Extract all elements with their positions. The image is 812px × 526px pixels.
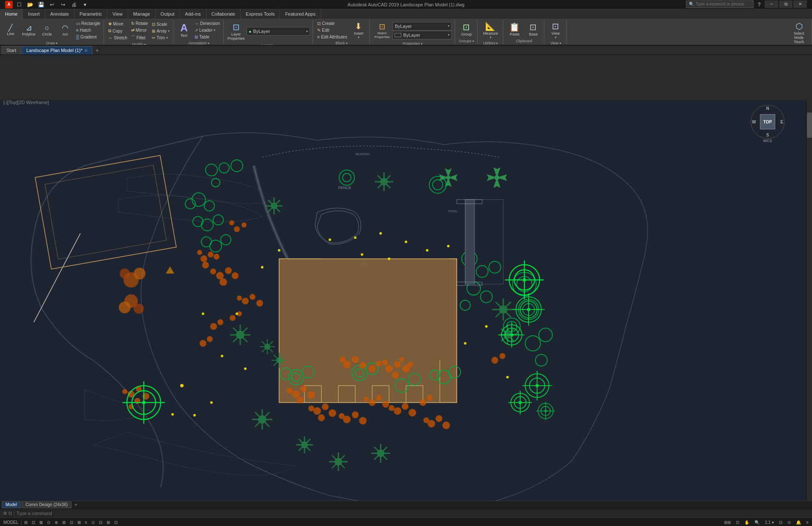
- tab-home[interactable]: Home: [0, 9, 23, 19]
- group-tool[interactable]: ⊡ Group: [458, 21, 475, 37]
- modify-group-arrow[interactable]: ▾: [144, 43, 146, 45]
- model-tab-layout1[interactable]: Comm Design (24x36): [22, 501, 71, 508]
- status-ducs[interactable]: ⊡: [68, 520, 75, 525]
- layer-dropdown[interactable]: ● ByLayer ▾: [247, 27, 310, 36]
- status-lw[interactable]: ≡: [83, 520, 89, 525]
- search-input[interactable]: [696, 2, 751, 6]
- text-tool[interactable]: A Text: [176, 22, 192, 39]
- model-tab-close[interactable]: ✕: [84, 48, 88, 53]
- vertical-scrollbar[interactable]: [806, 100, 812, 526]
- tab-annotate[interactable]: Annotate: [45, 9, 74, 19]
- qa-save[interactable]: 💾: [36, 0, 46, 9]
- restore-button[interactable]: ⧉: [779, 0, 793, 8]
- stretch-tool[interactable]: ↔ Stretch: [107, 35, 129, 41]
- start-tab[interactable]: Start: [2, 46, 21, 55]
- status-snap[interactable]: ⊡: [30, 520, 37, 525]
- command-input[interactable]: [16, 511, 809, 516]
- new-tab-button[interactable]: +: [93, 46, 102, 55]
- tab-output[interactable]: Output: [156, 9, 180, 19]
- status-grid[interactable]: ⊞: [22, 520, 29, 525]
- circle-tool[interactable]: ○ Circle: [38, 23, 56, 38]
- properties-group-arrow[interactable]: ▾: [421, 42, 422, 45]
- trim-tool[interactable]: ✂ Trim▾: [150, 35, 171, 41]
- view-tool[interactable]: ⊡ View ▾: [547, 20, 565, 40]
- tab-featuredapps[interactable]: Featured Apps: [280, 9, 321, 19]
- gradient-tool[interactable]: ▒ Gradient: [74, 34, 102, 40]
- help-icon[interactable]: ?: [754, 0, 764, 9]
- viewcube[interactable]: N S E W TOP WCS: [749, 105, 787, 143]
- minimize-button[interactable]: ─: [765, 0, 778, 8]
- measure-tool[interactable]: 📐 Measure ▾: [480, 20, 501, 40]
- block-group-arrow[interactable]: ▾: [346, 41, 348, 45]
- match-properties-tool[interactable]: ⊡ Match Properties: [373, 21, 391, 40]
- view-group-arrow[interactable]: ▾: [560, 41, 561, 45]
- line-tool[interactable]: ╱ Line: [2, 24, 19, 37]
- status-model[interactable]: MODEL: [2, 520, 20, 525]
- status-otrack[interactable]: ⊞: [60, 520, 67, 525]
- prop-color-dropdown[interactable]: ByLayer ▾: [392, 31, 452, 39]
- tab-addins[interactable]: Add-ins: [180, 9, 206, 19]
- status-pan[interactable]: ✋: [743, 520, 751, 525]
- table-tool[interactable]: ⊞ Table: [193, 34, 222, 40]
- edit-block-tool[interactable]: ✎ Edit: [315, 27, 349, 33]
- status-notification[interactable]: 🔔: [794, 520, 803, 525]
- model-tab-model[interactable]: Model: [2, 501, 21, 508]
- qa-redo[interactable]: ↪: [58, 0, 68, 9]
- tab-expresstools[interactable]: Express Tools: [241, 9, 280, 19]
- layer-tool[interactable]: ⊡ Layer Properties: [227, 21, 245, 41]
- rectangle-tool[interactable]: ▭ Rectangle: [74, 20, 102, 27]
- qa-new[interactable]: ☐: [14, 0, 24, 9]
- annotation-group-arrow[interactable]: ▾: [208, 41, 209, 45]
- close-button[interactable]: ✕: [793, 0, 807, 8]
- groups-group-arrow[interactable]: ▾: [472, 39, 474, 43]
- status-ts[interactable]: ⊡: [112, 520, 119, 525]
- tab-insert[interactable]: Insert: [23, 9, 45, 19]
- status-isolate[interactable]: ⊙: [786, 520, 793, 525]
- tab-view[interactable]: View: [107, 9, 128, 19]
- status-qp[interactable]: ⊙: [90, 520, 96, 525]
- leader-tool[interactable]: ↗ Leader▾: [193, 27, 222, 33]
- qa-open[interactable]: 📂: [25, 0, 35, 9]
- qa-print[interactable]: 🖨: [69, 0, 79, 9]
- tab-collaborate[interactable]: Collaborate: [206, 9, 241, 19]
- status-am[interactable]: ⊞: [105, 520, 112, 525]
- qa-customize[interactable]: ▾: [80, 0, 90, 9]
- tab-parametric[interactable]: Parametric: [74, 9, 107, 19]
- prop-layer-dropdown[interactable]: ByLayer ▾: [392, 22, 452, 30]
- fillet-tool[interactable]: ⌒ Fillet: [129, 34, 150, 41]
- qa-undo[interactable]: ↩: [47, 0, 57, 9]
- layers-group-arrow[interactable]: ▾: [274, 44, 276, 45]
- drawing-viewport[interactable]: FENCE SEATING POOL N S E W TOP WCS: [0, 100, 812, 526]
- status-layout[interactable]: ⊞⊞: [722, 520, 732, 525]
- utilities-group-arrow[interactable]: ▾: [496, 41, 498, 45]
- scale-tool[interactable]: ⊡ Scale: [150, 21, 171, 27]
- polyline-tool[interactable]: ⊿ Polyline: [20, 23, 38, 38]
- status-polar[interactable]: ⊙: [45, 520, 52, 525]
- hatch-tool[interactable]: ≡ Hatch: [74, 27, 102, 33]
- status-dyn[interactable]: ⊠: [76, 520, 82, 525]
- status-workspace[interactable]: ⊡: [777, 520, 784, 525]
- copy-tool[interactable]: ⧉ Copy: [107, 27, 129, 34]
- viewcube-face[interactable]: TOP: [760, 114, 775, 129]
- status-osnap[interactable]: ⊕: [53, 520, 60, 525]
- rotate-tool[interactable]: ↻ Rotate: [129, 20, 150, 27]
- insert-tool[interactable]: ⬇ Insert ▾: [350, 20, 368, 40]
- status-zoom[interactable]: 🔍: [753, 520, 761, 525]
- model-tab[interactable]: Landscape Plan Model (1)* ✕: [22, 46, 92, 55]
- status-ortho[interactable]: ⊠: [38, 520, 44, 525]
- mirror-tool[interactable]: ⇌ Mirror: [129, 27, 150, 33]
- create-block-tool[interactable]: ⊡ Create: [315, 20, 349, 27]
- edit-attributes-tool[interactable]: ≡ Edit Attributes: [315, 34, 349, 40]
- draw-group-arrow[interactable]: ▾: [56, 41, 58, 45]
- select-mode-tool[interactable]: ⬡ Select Mode Touch: [788, 20, 810, 45]
- paste-tool[interactable]: 📋 Paste: [506, 21, 524, 37]
- arc-tool[interactable]: ◠ Arc: [56, 23, 74, 38]
- status-sc[interactable]: ⊡: [97, 520, 104, 525]
- array-tool[interactable]: ⊞ Array▾: [150, 28, 171, 34]
- status-customize[interactable]: ≡: [804, 520, 810, 525]
- dimension-tool[interactable]: ↔ Dimension: [193, 20, 222, 27]
- model-tab-add[interactable]: +: [72, 501, 79, 508]
- status-viewport[interactable]: ⊡: [734, 520, 741, 525]
- base-tool[interactable]: ⊡ Base: [524, 21, 542, 37]
- status-annoscale[interactable]: 1:1 ▾: [763, 520, 776, 525]
